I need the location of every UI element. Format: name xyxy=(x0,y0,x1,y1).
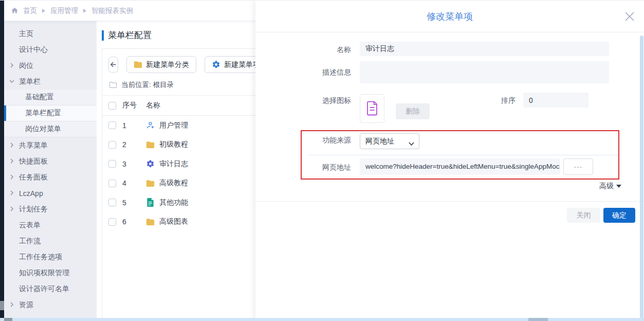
document-icon xyxy=(365,101,379,116)
function-source-value: 网页地址 xyxy=(365,137,394,146)
table-row[interactable]: 3 审计日志 xyxy=(102,154,255,174)
triangle-down-icon xyxy=(616,185,621,188)
sidebar-item-cloud-form[interactable]: 云表单 xyxy=(4,217,97,233)
app-window: 首页 应用管理 智能报表实例 主页 设计中心 岗位 菜单栏 基础配置 菜单栏配置… xyxy=(0,0,644,321)
select-all-checkbox[interactable] xyxy=(108,102,116,110)
chevron-down-icon xyxy=(409,139,414,148)
sidebar-item-post-to-menu[interactable]: 岗位对菜单 xyxy=(4,121,97,137)
chevron-right-icon xyxy=(9,173,16,181)
folder-icon xyxy=(146,140,155,149)
chevron-right-icon xyxy=(9,301,16,308)
new-menu-category-button[interactable]: 新建菜单分类 xyxy=(126,56,196,73)
sidebar-item-resources[interactable]: 资源 xyxy=(4,297,97,313)
description-input[interactable] xyxy=(360,61,609,83)
horizontal-scrollbar[interactable] xyxy=(0,318,644,321)
document-icon xyxy=(146,198,155,207)
sidebar-item-design-center[interactable]: 设计中心 xyxy=(4,42,97,58)
sidebar-item-basic-config[interactable]: 基础配置 xyxy=(4,90,97,105)
sidebar-item-task-panel[interactable]: 任务面板 xyxy=(4,169,97,185)
web-url-input[interactable]: welcome?hideHeader=true&hideLeftMenu=tru… xyxy=(360,158,560,175)
chevron-down-icon xyxy=(9,78,16,85)
sidebar-item-knowledge-permission[interactable]: 知识项权限管理 xyxy=(4,265,97,281)
row-checkbox[interactable] xyxy=(108,160,116,168)
confirm-button[interactable]: 确定 xyxy=(603,208,635,223)
close-button[interactable]: 关闭 xyxy=(567,208,600,223)
web-url-label: 网页地址 xyxy=(255,163,351,172)
chevron-right-icon xyxy=(9,189,16,197)
sidebar-item-menubar-config[interactable]: 菜单栏配置 xyxy=(4,105,97,121)
folder-icon xyxy=(146,218,155,226)
field-divider xyxy=(308,155,618,155)
close-icon[interactable] xyxy=(623,10,636,23)
collapsed-nav-strip xyxy=(0,1,4,321)
sidebar-item-lczapp[interactable]: LczApp xyxy=(4,185,97,201)
toolbar: 新建菜单分类 新建菜单项 xyxy=(102,49,255,78)
table-row[interactable]: 4 高级教程 xyxy=(102,174,255,193)
name-label: 名称 xyxy=(255,45,351,55)
breadcrumb-item-app-management[interactable]: 应用管理 xyxy=(50,6,78,15)
row-checkbox[interactable] xyxy=(108,141,116,149)
delete-icon-button[interactable]: 删除 xyxy=(396,103,430,119)
home-icon[interactable] xyxy=(11,7,19,14)
current-location-row: 当前位置: 根目录 xyxy=(102,78,255,96)
chevron-right-icon xyxy=(9,62,16,69)
gear-icon xyxy=(146,159,155,168)
breadcrumb-item-report-instance[interactable]: 智能报表实例 xyxy=(91,6,133,15)
chosen-icon-box[interactable] xyxy=(360,94,384,123)
breadcrumb-separator-icon xyxy=(83,9,86,13)
sidebar-item-post[interactable]: 岗位 xyxy=(4,58,97,74)
table-row[interactable]: 6 高级图表 xyxy=(102,212,255,232)
row-checkbox[interactable] xyxy=(108,218,116,226)
sidebar-item-shared-menu[interactable]: 共享菜单 xyxy=(4,137,97,153)
breadcrumb: 首页 应用管理 智能报表实例 xyxy=(4,1,255,21)
name-input[interactable] xyxy=(360,42,609,56)
horizontal-scrollbar-thumb[interactable] xyxy=(528,318,548,321)
advanced-toggle[interactable]: 高级 xyxy=(599,182,621,191)
sidebar-item-workflow[interactable]: 工作流 xyxy=(4,233,97,249)
table-row[interactable]: 2 初级教程 xyxy=(102,135,255,155)
user-icon xyxy=(146,121,155,130)
sidebar-item-work-task-options[interactable]: 工作任务选项 xyxy=(4,249,97,265)
more-button[interactable]: ··· xyxy=(563,158,593,175)
left-scrollbar-thumb[interactable] xyxy=(0,301,4,310)
new-menu-item-button[interactable]: 新建菜单项 xyxy=(205,56,255,73)
row-checkbox[interactable] xyxy=(108,199,116,206)
table-row[interactable]: 1 用户管理 xyxy=(102,116,255,135)
col-header-name: 名称 xyxy=(146,101,160,110)
choose-icon-label: 选择图标 xyxy=(255,96,351,105)
back-button[interactable] xyxy=(108,57,118,73)
vertical-scrollbar[interactable] xyxy=(640,35,643,318)
function-source-select[interactable]: 网页地址 xyxy=(360,133,419,149)
table-row[interactable]: 5 其他功能 xyxy=(102,193,255,212)
title-accent-bar xyxy=(102,30,104,41)
col-header-index: 序号 xyxy=(122,101,146,110)
menubar-config-panel: 菜单栏配置 新建菜单分类 新建菜单项 当前位置: 根目录 xyxy=(97,21,255,321)
folder-outline-icon xyxy=(109,81,117,88)
sidebar: 主页 设计中心 岗位 菜单栏 基础配置 菜单栏配置 岗位对菜单 共享菜单 快捷面… xyxy=(4,21,97,321)
chevron-right-icon xyxy=(9,157,16,165)
sidebar-item-home[interactable]: 主页 xyxy=(4,26,97,42)
sidebar-item-scheduled-tasks[interactable]: 计划任务 xyxy=(4,201,97,217)
function-source-label: 功能来源 xyxy=(255,136,351,145)
horizontal-scrollbar-corner xyxy=(4,318,12,321)
chevron-right-icon xyxy=(9,141,16,149)
edit-menu-item-dialog: 修改菜单项 名称 描述信息 选择图标 删除 排序 功能来源 网页地址 xyxy=(255,1,644,321)
current-location-text: 当前位置: 根目录 xyxy=(121,80,174,90)
breadcrumb-separator-icon xyxy=(42,9,45,13)
sidebar-item-quick-panel[interactable]: 快捷面板 xyxy=(4,153,97,169)
sort-input[interactable] xyxy=(523,93,588,108)
row-checkbox[interactable] xyxy=(108,180,116,187)
panel-title-text: 菜单栏配置 xyxy=(108,29,152,41)
folder-icon xyxy=(134,61,142,68)
sidebar-item-menubar[interactable]: 菜单栏 xyxy=(4,74,97,90)
row-checkbox[interactable] xyxy=(108,121,116,129)
panel-box: 新建菜单分类 新建菜单项 当前位置: 根目录 序号 名称 1 用户管理 xyxy=(102,48,255,319)
sort-label: 排序 xyxy=(487,96,516,105)
dialog-header: 修改菜单项 xyxy=(255,1,644,32)
gear-plus-icon xyxy=(212,60,220,69)
arrow-left-icon xyxy=(109,60,118,69)
folder-icon xyxy=(146,179,155,188)
table-header: 序号 名称 xyxy=(102,96,255,116)
breadcrumb-item-home[interactable]: 首页 xyxy=(23,6,37,15)
sidebar-item-designer-whitelist[interactable]: 设计器许可名单 xyxy=(4,281,97,297)
